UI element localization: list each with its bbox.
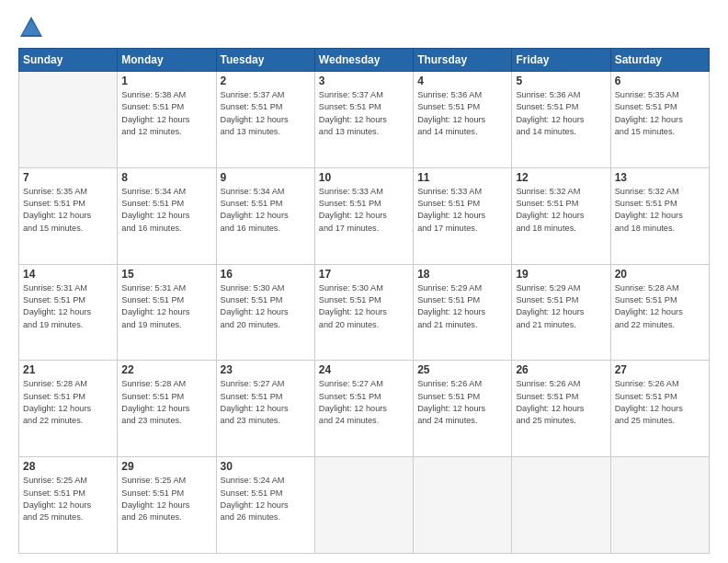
day-info: Sunrise: 5:33 AM Sunset: 5:51 PM Dayligh…	[417, 186, 507, 235]
day-info: Sunrise: 5:37 AM Sunset: 5:51 PM Dayligh…	[221, 89, 311, 138]
day-number: 29	[121, 460, 211, 473]
logo-icon	[18, 15, 44, 40]
day-number: 19	[516, 268, 606, 281]
day-number: 10	[319, 171, 409, 184]
column-header-thursday: Thursday	[414, 49, 512, 72]
day-info: Sunrise: 5:29 AM Sunset: 5:51 PM Dayligh…	[417, 282, 507, 331]
column-header-sunday: Sunday	[19, 49, 118, 72]
day-info: Sunrise: 5:28 AM Sunset: 5:51 PM Dayligh…	[615, 282, 705, 331]
calendar-cell: 24Sunrise: 5:27 AM Sunset: 5:51 PM Dayli…	[314, 361, 413, 457]
day-info: Sunrise: 5:36 AM Sunset: 5:51 PM Dayligh…	[417, 89, 507, 138]
calendar-cell: 6Sunrise: 5:35 AM Sunset: 5:51 PM Daylig…	[610, 72, 709, 168]
day-info: Sunrise: 5:30 AM Sunset: 5:51 PM Dayligh…	[221, 282, 311, 331]
day-number: 1	[121, 75, 211, 87]
column-header-monday: Monday	[118, 49, 216, 72]
day-info: Sunrise: 5:26 AM Sunset: 5:51 PM Dayligh…	[516, 378, 606, 427]
calendar-cell: 12Sunrise: 5:32 AM Sunset: 5:51 PM Dayli…	[512, 167, 610, 264]
day-number: 2	[221, 75, 311, 87]
calendar-cell	[19, 72, 118, 168]
week-row-4: 21Sunrise: 5:28 AM Sunset: 5:51 PM Dayli…	[19, 361, 710, 457]
day-info: Sunrise: 5:34 AM Sunset: 5:51 PM Dayligh…	[121, 186, 211, 235]
day-info: Sunrise: 5:33 AM Sunset: 5:51 PM Dayligh…	[319, 186, 409, 235]
day-number: 22	[121, 363, 211, 376]
day-number: 28	[23, 460, 113, 473]
day-number: 27	[615, 363, 705, 376]
calendar-cell: 28Sunrise: 5:25 AM Sunset: 5:51 PM Dayli…	[19, 457, 118, 554]
calendar-cell: 29Sunrise: 5:25 AM Sunset: 5:51 PM Dayli…	[118, 457, 216, 554]
calendar-cell	[414, 457, 512, 554]
calendar-cell: 8Sunrise: 5:34 AM Sunset: 5:51 PM Daylig…	[118, 167, 216, 264]
calendar-cell: 25Sunrise: 5:26 AM Sunset: 5:51 PM Dayli…	[414, 361, 512, 457]
day-info: Sunrise: 5:36 AM Sunset: 5:51 PM Dayligh…	[516, 89, 606, 138]
day-info: Sunrise: 5:24 AM Sunset: 5:51 PM Dayligh…	[221, 475, 311, 523]
day-info: Sunrise: 5:25 AM Sunset: 5:51 PM Dayligh…	[23, 475, 113, 523]
day-number: 11	[417, 171, 507, 184]
day-info: Sunrise: 5:38 AM Sunset: 5:51 PM Dayligh…	[121, 89, 211, 138]
day-number: 18	[417, 268, 507, 281]
calendar-cell: 9Sunrise: 5:34 AM Sunset: 5:51 PM Daylig…	[216, 167, 314, 264]
calendar-cell: 22Sunrise: 5:28 AM Sunset: 5:51 PM Dayli…	[118, 361, 216, 457]
calendar-cell: 17Sunrise: 5:30 AM Sunset: 5:51 PM Dayli…	[314, 264, 413, 361]
calendar-cell: 15Sunrise: 5:31 AM Sunset: 5:51 PM Dayli…	[118, 264, 216, 361]
day-info: Sunrise: 5:27 AM Sunset: 5:51 PM Dayligh…	[221, 378, 311, 427]
day-number: 20	[615, 268, 705, 281]
calendar-cell: 16Sunrise: 5:30 AM Sunset: 5:51 PM Dayli…	[216, 264, 314, 361]
calendar-cell: 7Sunrise: 5:35 AM Sunset: 5:51 PM Daylig…	[19, 167, 118, 264]
day-info: Sunrise: 5:32 AM Sunset: 5:51 PM Dayligh…	[615, 186, 705, 235]
day-number: 21	[23, 363, 113, 376]
header-row: SundayMondayTuesdayWednesdayThursdayFrid…	[19, 49, 710, 72]
calendar-cell: 14Sunrise: 5:31 AM Sunset: 5:51 PM Dayli…	[19, 264, 118, 361]
header	[18, 15, 710, 40]
day-number: 9	[221, 171, 311, 184]
day-number: 7	[23, 171, 113, 184]
column-header-saturday: Saturday	[610, 49, 709, 72]
calendar-cell	[512, 457, 610, 554]
day-number: 25	[417, 363, 507, 376]
day-info: Sunrise: 5:26 AM Sunset: 5:51 PM Dayligh…	[615, 378, 705, 427]
day-number: 5	[516, 75, 606, 87]
calendar-cell: 26Sunrise: 5:26 AM Sunset: 5:51 PM Dayli…	[512, 361, 610, 457]
day-info: Sunrise: 5:28 AM Sunset: 5:51 PM Dayligh…	[23, 378, 113, 427]
day-number: 15	[121, 268, 211, 281]
day-number: 12	[516, 171, 606, 184]
calendar-cell: 10Sunrise: 5:33 AM Sunset: 5:51 PM Dayli…	[314, 167, 413, 264]
column-header-friday: Friday	[512, 49, 610, 72]
day-number: 24	[319, 363, 409, 376]
day-info: Sunrise: 5:34 AM Sunset: 5:51 PM Dayligh…	[221, 186, 311, 235]
calendar-cell: 1Sunrise: 5:38 AM Sunset: 5:51 PM Daylig…	[118, 72, 216, 168]
page: SundayMondayTuesdayWednesdayThursdayFrid…	[0, 0, 728, 563]
day-info: Sunrise: 5:37 AM Sunset: 5:51 PM Dayligh…	[319, 89, 409, 138]
day-info: Sunrise: 5:28 AM Sunset: 5:51 PM Dayligh…	[121, 378, 211, 427]
week-row-2: 7Sunrise: 5:35 AM Sunset: 5:51 PM Daylig…	[19, 167, 710, 264]
day-number: 14	[23, 268, 113, 281]
calendar-cell: 30Sunrise: 5:24 AM Sunset: 5:51 PM Dayli…	[216, 457, 314, 554]
day-info: Sunrise: 5:30 AM Sunset: 5:51 PM Dayligh…	[319, 282, 409, 331]
calendar-cell: 13Sunrise: 5:32 AM Sunset: 5:51 PM Dayli…	[610, 167, 709, 264]
week-row-1: 1Sunrise: 5:38 AM Sunset: 5:51 PM Daylig…	[19, 72, 710, 168]
calendar-table: SundayMondayTuesdayWednesdayThursdayFrid…	[18, 48, 710, 554]
day-info: Sunrise: 5:29 AM Sunset: 5:51 PM Dayligh…	[516, 282, 606, 331]
day-info: Sunrise: 5:25 AM Sunset: 5:51 PM Dayligh…	[121, 475, 211, 523]
calendar-cell: 20Sunrise: 5:28 AM Sunset: 5:51 PM Dayli…	[610, 264, 709, 361]
calendar-cell: 21Sunrise: 5:28 AM Sunset: 5:51 PM Dayli…	[19, 361, 118, 457]
calendar-cell: 5Sunrise: 5:36 AM Sunset: 5:51 PM Daylig…	[512, 72, 610, 168]
week-row-3: 14Sunrise: 5:31 AM Sunset: 5:51 PM Dayli…	[19, 264, 710, 361]
calendar-body: 1Sunrise: 5:38 AM Sunset: 5:51 PM Daylig…	[19, 72, 710, 554]
svg-marker-1	[22, 20, 40, 35]
day-info: Sunrise: 5:31 AM Sunset: 5:51 PM Dayligh…	[121, 282, 211, 331]
day-number: 26	[516, 363, 606, 376]
day-info: Sunrise: 5:31 AM Sunset: 5:51 PM Dayligh…	[23, 282, 113, 331]
day-number: 13	[615, 171, 705, 184]
calendar-cell: 19Sunrise: 5:29 AM Sunset: 5:51 PM Dayli…	[512, 264, 610, 361]
day-info: Sunrise: 5:27 AM Sunset: 5:51 PM Dayligh…	[319, 378, 409, 427]
day-number: 6	[615, 75, 705, 87]
day-number: 8	[121, 171, 211, 184]
day-number: 30	[221, 460, 311, 473]
week-row-5: 28Sunrise: 5:25 AM Sunset: 5:51 PM Dayli…	[19, 457, 710, 554]
calendar-cell: 4Sunrise: 5:36 AM Sunset: 5:51 PM Daylig…	[414, 72, 512, 168]
column-header-wednesday: Wednesday	[314, 49, 413, 72]
calendar-cell: 11Sunrise: 5:33 AM Sunset: 5:51 PM Dayli…	[414, 167, 512, 264]
day-number: 3	[319, 75, 409, 87]
day-number: 17	[319, 268, 409, 281]
day-info: Sunrise: 5:35 AM Sunset: 5:51 PM Dayligh…	[23, 186, 113, 235]
